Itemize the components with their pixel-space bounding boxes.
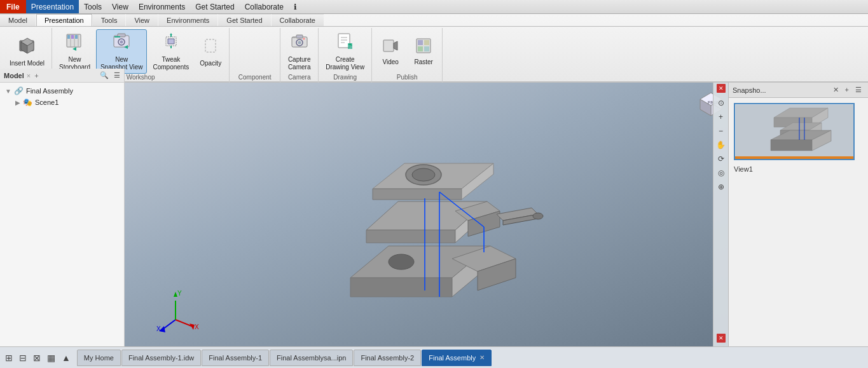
statusbar: ⊞ ⊟ ⊠ ▦ ▲ My Home Final Assembly-1.idw F… xyxy=(0,346,868,368)
ribbon-tab-collaborate[interactable]: Collaborate xyxy=(272,14,324,26)
statusbar-expand-btn[interactable]: ▲ xyxy=(59,351,73,364)
tab-final-assemblysa-ipn-label: Final Assemblysa...ipn xyxy=(277,354,346,362)
tab-final-assembly-close[interactable]: ✕ xyxy=(479,354,485,361)
tab-my-home-label: My Home xyxy=(84,354,114,362)
ribbon: Model Presentation Tools View Environmen… xyxy=(0,14,868,83)
file-menu[interactable]: File xyxy=(0,0,26,13)
video-label: Video xyxy=(382,58,398,66)
pan-button[interactable]: ✋ xyxy=(715,139,727,151)
camera-group-label: Camera xyxy=(288,74,311,81)
model-tab[interactable]: Model xyxy=(4,72,24,79)
presentation-menu[interactable]: Presentation xyxy=(26,0,79,13)
snapshot-add-btn[interactable]: + xyxy=(843,85,851,95)
insert-model-icon xyxy=(17,36,38,58)
collaborate-menu[interactable]: Collaborate xyxy=(240,0,289,13)
insert-model-button[interactable]: Insert Model xyxy=(5,33,49,70)
raster-button[interactable]: Raster xyxy=(408,34,439,69)
svg-marker-58 xyxy=(373,189,462,200)
tree-item-final-assembly[interactable]: ▼ 🔗 Final Assembly xyxy=(3,85,121,97)
zoom-window-button[interactable]: ⊕ xyxy=(715,181,727,193)
svg-rect-8 xyxy=(67,35,70,39)
svg-point-28 xyxy=(303,38,305,40)
create-drawing-icon xyxy=(336,32,354,55)
info-button[interactable]: ℹ xyxy=(289,0,302,13)
ribbon-tab-presentation[interactable]: Presentation xyxy=(36,14,92,26)
viewport-close-btn2[interactable]: ✕ xyxy=(717,334,726,343)
zoom-in-button[interactable]: + xyxy=(715,111,727,123)
create-drawing-button[interactable]: CreateDrawing View xyxy=(321,29,369,74)
tab-final-assembly-idw-label: Final Assembly-1.idw xyxy=(128,354,194,362)
svg-text:Y: Y xyxy=(177,290,182,297)
tab-final-assembly-idw[interactable]: Final Assembly-1.idw xyxy=(121,350,201,366)
svg-text:X: X xyxy=(156,325,161,332)
scene-label: Scene1 xyxy=(35,99,59,106)
statusbar-layout-btn1[interactable]: ⊞ xyxy=(3,351,15,364)
svg-point-61 xyxy=(412,168,435,181)
tab-final-assembly-1[interactable]: Final Assembly-1 xyxy=(202,350,269,366)
tweak-components-button[interactable]: TweakComponents xyxy=(148,29,193,74)
svg-marker-44 xyxy=(350,278,452,297)
statusbar-layout-btn4[interactable]: ▦ xyxy=(45,351,58,364)
opacity-button[interactable]: Opacity xyxy=(195,33,226,70)
environments-menu[interactable]: Environments xyxy=(134,0,190,13)
search-icon[interactable]: 🔍 xyxy=(100,71,109,79)
orbit-button[interactable]: ⟳ xyxy=(715,153,727,165)
get-started-menu[interactable]: Get Started xyxy=(190,0,239,13)
tools-menu[interactable]: Tools xyxy=(79,0,107,13)
raster-label: Raster xyxy=(414,58,432,66)
tab-final-assembly-2-label: Final Assembly-2 xyxy=(361,354,414,362)
component-group-label: Component xyxy=(238,74,272,81)
viewport-close-btn[interactable]: ✕ xyxy=(717,84,726,93)
viewport[interactable]: X X Y xyxy=(125,83,728,346)
right-toolbar: ✕ ⊙ + − ✋ ⟳ ◎ ⊕ ✕ xyxy=(713,83,728,346)
statusbar-layout-btn2[interactable]: ⊟ xyxy=(17,351,29,364)
insert-model-label: Insert Model xyxy=(10,60,45,67)
assembly-icon: 🔗 xyxy=(14,86,24,95)
look-button[interactable]: ◎ xyxy=(715,167,727,179)
view-menu[interactable]: View xyxy=(107,0,134,13)
opacity-label: Opacity xyxy=(200,60,221,67)
svg-point-46 xyxy=(389,254,414,269)
ribbon-tab-environments[interactable]: Environments xyxy=(158,14,217,26)
zoom-full-button[interactable]: ⊙ xyxy=(715,97,727,109)
tab-final-assembly-active[interactable]: Final Assembly ✕ xyxy=(422,350,492,366)
clamp-part xyxy=(366,201,543,243)
new-storyboard-button[interactable]: NewStoryboard xyxy=(55,29,95,74)
tab-my-home[interactable]: My Home xyxy=(77,350,121,366)
svg-rect-10 xyxy=(75,35,78,39)
tree-item-scene1[interactable]: ▶ 🎭 Scene1 xyxy=(3,97,121,108)
svg-rect-42 xyxy=(424,46,429,51)
svg-marker-19 xyxy=(168,39,174,44)
snapshot-thumbnail[interactable] xyxy=(734,103,855,160)
svg-rect-39 xyxy=(418,40,423,45)
zoom-out-button[interactable]: − xyxy=(715,125,727,137)
ribbon-tab-getstarted[interactable]: Get Started xyxy=(218,14,270,26)
ribbon-tab-view[interactable]: View xyxy=(126,14,158,26)
svg-marker-37 xyxy=(394,41,397,50)
tab-final-assembly-2[interactable]: Final Assembly-2 xyxy=(354,350,421,366)
svg-rect-23 xyxy=(205,39,216,52)
base-part xyxy=(350,246,516,297)
svg-rect-25 xyxy=(296,35,303,38)
tab-final-assembly-active-label: Final Assembly xyxy=(429,354,476,362)
ribbon-group-camera-items: CaptureCamera xyxy=(284,29,315,74)
svg-marker-11 xyxy=(72,47,76,51)
tab-final-assemblysa-ipn[interactable]: Final Assemblysa...ipn xyxy=(270,350,353,366)
svg-point-56 xyxy=(533,213,543,219)
drawing-group-label: Drawing xyxy=(333,74,357,81)
capture-camera-button[interactable]: CaptureCamera xyxy=(284,29,315,74)
snapshot-menu-btn[interactable]: ☰ xyxy=(853,85,864,95)
new-snapshot-icon xyxy=(113,32,130,55)
snapshot-close-btn[interactable]: ✕ xyxy=(830,85,841,95)
svg-rect-36 xyxy=(383,40,394,51)
new-snapshot-button[interactable]: NewSnapshot View xyxy=(96,29,148,74)
ribbon-tab-tools[interactable]: Tools xyxy=(93,14,126,26)
ribbon-group-publish-items: Video Raster xyxy=(375,29,439,74)
add-model-tab[interactable]: + xyxy=(34,72,38,79)
ribbon-tab-model[interactable]: Model xyxy=(0,14,36,26)
menu-icon[interactable]: ☰ xyxy=(114,71,120,79)
statusbar-layout-btn3[interactable]: ⊠ xyxy=(31,351,43,364)
snapshot-view-label: View1 xyxy=(734,165,868,173)
video-button[interactable]: Video xyxy=(375,34,406,69)
top-part xyxy=(373,163,493,200)
